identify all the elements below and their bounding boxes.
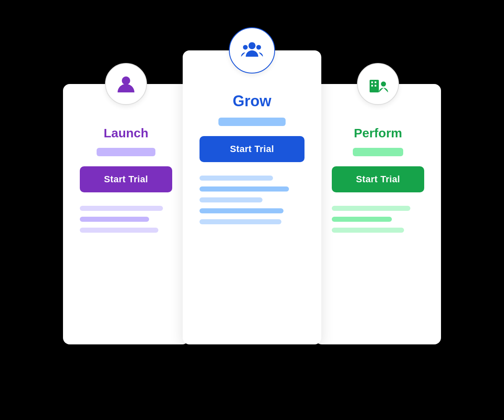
grow-start-trial-button[interactable]: Start Trial [200,136,304,162]
launch-feature-1 [80,206,163,211]
pricing-container: Launch Start Trial Grow Start Tr [50,50,454,370]
business-icon [366,72,390,96]
launch-title: Launch [104,126,149,140]
perform-price-bar [353,148,403,156]
svg-rect-4 [370,80,379,92]
launch-icon-circle [105,63,147,105]
group-icon [240,39,264,62]
launch-feature-3 [80,228,158,233]
grow-feature-1 [200,176,273,181]
grow-feature-4 [200,208,284,213]
svg-point-2 [243,45,248,50]
plan-card-perform: Perform Start Trial [315,84,441,344]
person-icon [114,72,138,96]
svg-point-1 [249,42,256,49]
svg-rect-5 [371,81,373,83]
grow-icon-circle [229,27,275,74]
svg-rect-8 [375,85,376,87]
plan-card-grow: Grow Start Trial [183,50,321,344]
grow-title: Grow [233,92,271,110]
perform-icon-circle [357,63,399,105]
perform-features [332,206,424,233]
perform-start-trial-button[interactable]: Start Trial [332,166,424,192]
grow-price-bar [218,118,286,126]
perform-feature-3 [332,228,404,233]
grow-feature-3 [200,197,262,202]
svg-point-0 [122,76,130,85]
perform-title: Perform [354,126,402,140]
grow-feature-2 [200,186,289,192]
plan-card-launch: Launch Start Trial [63,84,189,344]
launch-features [80,206,172,233]
launch-start-trial-button[interactable]: Start Trial [80,166,172,192]
svg-point-3 [256,45,261,50]
svg-rect-7 [371,85,373,87]
perform-feature-1 [332,206,410,211]
launch-feature-2 [80,217,149,222]
grow-features [200,176,304,224]
svg-rect-6 [375,81,376,83]
launch-price-bar [97,148,155,156]
perform-feature-2 [332,217,392,222]
grow-feature-5 [200,219,281,224]
svg-point-9 [381,81,386,87]
